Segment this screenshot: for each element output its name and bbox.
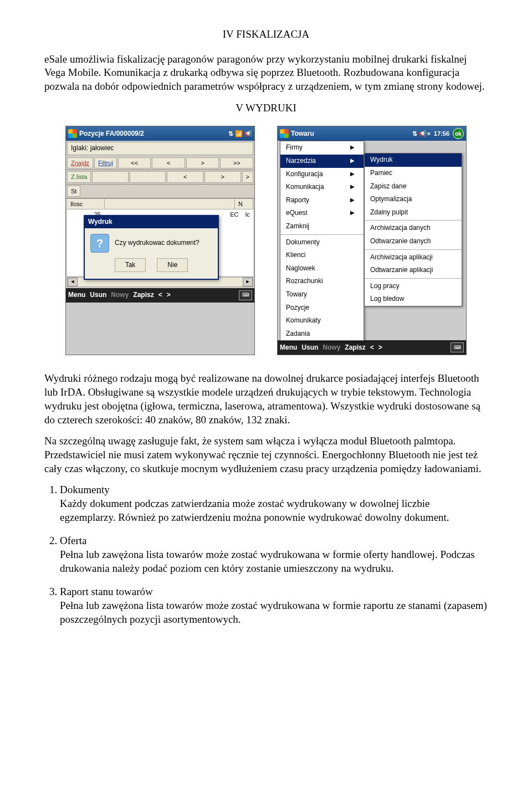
save-button[interactable]: Zapisz bbox=[345, 344, 365, 352]
section-iv-title: IV FISKALIZACJA bbox=[44, 28, 488, 42]
submenu-item-archiwizacja-aplikacji[interactable]: Archiwizacja aplikacji bbox=[365, 251, 462, 264]
nav-first-button[interactable]: << bbox=[118, 157, 151, 168]
save-button[interactable]: Zapisz bbox=[133, 291, 154, 300]
para-wydruki-1: Wydruki różnego rodzaju mogą być realizo… bbox=[44, 372, 488, 427]
submenu-item-odtwarzanie-aplikacji[interactable]: Odtwarzanie aplikacji bbox=[365, 264, 462, 277]
blank-button[interactable] bbox=[92, 171, 129, 182]
nav-next-2[interactable]: > bbox=[204, 171, 241, 182]
menu-button[interactable]: Menu bbox=[280, 344, 297, 352]
keyboard-icon[interactable]: ⌨ bbox=[451, 342, 464, 352]
no-button[interactable]: Nie bbox=[157, 258, 188, 273]
col-ilosc[interactable]: Ilosc bbox=[67, 199, 105, 209]
print-dialog: Wydruk ? Czy wydrukowac dokument? Tak Ni… bbox=[84, 215, 219, 280]
prev-button[interactable]: < bbox=[370, 344, 374, 352]
toolbar-row-3: St bbox=[66, 185, 254, 198]
start-button[interactable]: Pozycje FA/000009/2 bbox=[68, 129, 144, 138]
new-button[interactable]: Nowy bbox=[111, 291, 129, 300]
submenu-arrow-icon: ▶ bbox=[350, 144, 355, 152]
scroll-left-icon[interactable]: ◄ bbox=[68, 278, 78, 286]
windows-flag-icon bbox=[280, 129, 289, 138]
delete-button[interactable]: Usun bbox=[301, 344, 318, 352]
nav-prev-2[interactable]: < bbox=[167, 171, 203, 182]
cell-ic: Ic bbox=[242, 209, 253, 219]
next-button[interactable]: > bbox=[167, 291, 171, 300]
question-icon: ? bbox=[90, 234, 109, 253]
submenu-item-optymalizacja[interactable]: Optymalizacja bbox=[365, 193, 462, 206]
nav-next-button[interactable]: > bbox=[186, 157, 219, 168]
grid-header: Ilosc N bbox=[67, 198, 253, 209]
keyboard-icon[interactable]: ⌨ bbox=[239, 290, 252, 300]
list-item: Raport stanu towarówPełna lub zawężona l… bbox=[60, 585, 488, 626]
section-v-title: V WYDRUKI bbox=[44, 101, 488, 115]
menu-item-dokumenty[interactable]: Dokumenty bbox=[280, 236, 364, 249]
nav-prev-button[interactable]: < bbox=[152, 157, 185, 168]
menu-item-klienci[interactable]: Klienci bbox=[280, 249, 364, 262]
menu-item-raporty[interactable]: Raporty▶ bbox=[280, 194, 364, 207]
list-item-title: Raport stanu towarów bbox=[60, 585, 488, 599]
menu-item-rozrachunki[interactable]: Rozrachunki bbox=[280, 275, 364, 288]
zlista-button[interactable]: Z.lista bbox=[67, 171, 91, 182]
menu-area: Firmy▶Narzedzia▶Konfiguracja▶Komunikacja… bbox=[278, 141, 466, 340]
submenu-arrow-icon: ▶ bbox=[350, 196, 355, 205]
menu-item-narzedzia[interactable]: Narzedzia▶ bbox=[280, 155, 364, 168]
submenu-arrow-icon: ▶ bbox=[350, 183, 355, 192]
menu-item-equest[interactable]: eQuest▶ bbox=[280, 207, 364, 220]
list-item-body: Pełna lub zawężona lista towarów może zo… bbox=[60, 548, 488, 575]
menu-item-zadania[interactable]: Zadania bbox=[280, 327, 364, 341]
narzedzia-submenu: WydrukPamiecZapisz daneOptymalizacjaZdal… bbox=[364, 153, 462, 306]
submenu-item-odtwarzanie-danych[interactable]: Odtwarzanie danych bbox=[365, 235, 462, 248]
col-blank bbox=[105, 199, 235, 209]
titlebar: Pozycje FA/000009/2 ⇅ 📶 📢 bbox=[66, 126, 254, 141]
st-button[interactable]: St bbox=[67, 186, 80, 197]
list-item-title: Dokumenty bbox=[60, 483, 488, 497]
window-title-2: Towaru bbox=[291, 130, 314, 139]
menu-item-komunikaty[interactable]: Komunikaty bbox=[280, 314, 364, 327]
submenu-item-archiwizacja-danych[interactable]: Archiwizacja danych bbox=[365, 222, 462, 235]
submenu-arrow-icon: ▶ bbox=[350, 209, 355, 218]
filter-button[interactable]: Filtruj bbox=[94, 157, 117, 168]
yes-button[interactable]: Tak bbox=[115, 258, 146, 273]
new-button[interactable]: Nowy bbox=[323, 344, 340, 352]
window-title: Pozycje FA/000009/2 bbox=[79, 130, 144, 139]
submenu-arrow-icon: ▶ bbox=[350, 157, 355, 166]
menu-item-konfiguracja[interactable]: Konfiguracja▶ bbox=[280, 168, 364, 181]
menu-item-komunikacja[interactable]: Komunikacja▶ bbox=[280, 181, 364, 194]
submenu-arrow-icon: ▶ bbox=[350, 170, 355, 179]
submenu-item-pamiec[interactable]: Pamiec bbox=[365, 167, 462, 180]
blank-button-2[interactable] bbox=[130, 171, 166, 182]
nav-end-2[interactable]: > bbox=[242, 171, 253, 182]
menu-item-firmy[interactable]: Firmy▶ bbox=[280, 141, 364, 155]
item-label: Iglaki: jałowiec bbox=[67, 142, 253, 155]
nav-last-button[interactable]: >> bbox=[220, 157, 253, 168]
ok-button[interactable]: ok bbox=[453, 128, 464, 139]
menu-item-zamknij[interactable]: Zamknij bbox=[280, 220, 364, 233]
menu-item-naglowek[interactable]: Naglowek bbox=[280, 262, 364, 275]
find-button[interactable]: Znajdz bbox=[67, 157, 93, 168]
submenu-item-zdalny-pulpit[interactable]: Zdalny pulpit bbox=[365, 206, 462, 219]
para-wydruki-2: Na szczególną uwagę zasługuje fakt, że s… bbox=[44, 434, 488, 475]
menu-button[interactable]: Menu bbox=[68, 291, 85, 300]
dialog-text: Czy wydrukowac dokument? bbox=[115, 239, 200, 248]
start-button-2[interactable]: Towaru bbox=[280, 129, 314, 138]
list-item-body: Każdy dokument podczas zatwierdzania moż… bbox=[60, 497, 488, 524]
submenu-item-log-pracy[interactable]: Log pracy bbox=[365, 280, 462, 293]
windows-flag-icon bbox=[68, 129, 77, 138]
menu-item-pozycje[interactable]: Pozycje bbox=[280, 301, 364, 315]
submenu-item-wydruk[interactable]: Wydruk bbox=[365, 153, 462, 167]
submenu-item-log-bledow[interactable]: Log bledow bbox=[365, 293, 462, 306]
submenu-item-zapisz-dane[interactable]: Zapisz dane bbox=[365, 180, 462, 193]
toolbar-row-2: Z.lista < > > bbox=[66, 170, 254, 184]
main-menu: Firmy▶Narzedzia▶Konfiguracja▶Komunikacja… bbox=[280, 141, 364, 341]
dialog-title: Wydruk bbox=[85, 216, 218, 228]
menu-item-towary[interactable]: Towary bbox=[280, 288, 364, 301]
toolbar-row-1: Znajdz Filtruj << < > >> bbox=[66, 156, 254, 170]
col-n[interactable]: N bbox=[235, 199, 253, 209]
scroll-right-icon[interactable]: ► bbox=[243, 278, 253, 286]
titlebar-2: Towaru ⇅ 📢× 17:56 ok bbox=[278, 126, 466, 141]
para-fiskalizacja: eSale umożliwia fiskalizację paragonów p… bbox=[44, 53, 488, 94]
pda-screenshot-1: Pozycje FA/000009/2 ⇅ 📶 📢 Iglaki: jałowi… bbox=[65, 126, 255, 355]
delete-button[interactable]: Usun bbox=[90, 291, 106, 300]
cell-ec: EC bbox=[227, 209, 242, 219]
prev-button[interactable]: < bbox=[158, 291, 162, 300]
next-button[interactable]: > bbox=[378, 344, 382, 352]
